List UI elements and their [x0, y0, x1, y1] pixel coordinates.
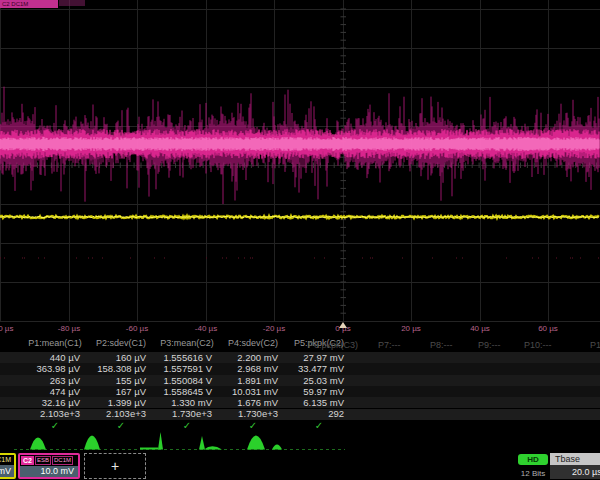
measurement-table: P1:mean(C1)440 µV363.98 µV263 µV474 µV32…	[22, 338, 352, 431]
measure-value: 1.555616 V	[154, 352, 220, 363]
measure-mean: 1.557591 V	[154, 363, 220, 374]
measure-num: 1.730e+3	[154, 408, 220, 419]
histicon-shape	[272, 445, 282, 450]
c1-coupling-label: C1M	[0, 455, 14, 465]
measure-sdev: 32.16 µV	[22, 397, 88, 408]
measure-max: 1.558645 V	[154, 386, 220, 397]
measure-max: 10.031 mV	[220, 386, 286, 397]
measure-num: 2.103e+3	[22, 408, 88, 419]
descriptor-bar: C1M 0 mV C2 ESB DC1M 10.0 mV + HD 12 Bit…	[0, 452, 600, 480]
time-tick-label: -100 µs	[0, 324, 13, 333]
measure-max: 59.97 mV	[286, 386, 352, 397]
measure-column: P4:sdev(C2)2.200 mV2.968 mV1.891 mV10.03…	[220, 338, 286, 431]
hd-mode-badge[interactable]: HD	[518, 454, 548, 465]
channel-c1-descriptor[interactable]: C1M 0 mV	[0, 453, 16, 479]
histicon-shape	[204, 446, 222, 449]
measure-max: 474 µV	[22, 386, 88, 397]
plus-icon: +	[111, 458, 119, 474]
waveform-display[interactable]	[0, 0, 600, 322]
c2-mode-badge: ESB	[35, 456, 51, 465]
oscilloscope-screen: C2 DC1M -100 µs-80 µs-60 µs-40 µs-20 µs0…	[0, 0, 600, 480]
measure-min: 1.550084 V	[154, 375, 220, 386]
time-tick-label: -80 µs	[58, 324, 80, 333]
time-tick-label: -40 µs	[195, 324, 217, 333]
measure-sdev: 1.330 mV	[154, 397, 220, 408]
c2-channel-badge: C2	[21, 456, 34, 465]
measure-mean: 158.308 µV	[88, 363, 154, 374]
measure-min: 1.891 mV	[220, 375, 286, 386]
timebase-descriptor[interactable]: Tbase 20.0 µs	[550, 453, 600, 479]
trace-label-badge-fragment	[59, 0, 85, 6]
histicon-shape	[140, 448, 158, 450]
measure-sdev: 6.135 mV	[286, 397, 352, 408]
measure-column: P2:sdev(C1)160 µV158.308 µV155 µV167 µV1…	[88, 338, 154, 431]
measure-sdev: 1.399 µV	[88, 397, 154, 408]
time-tick-label: 20 µs	[401, 324, 421, 333]
time-axis: -100 µs-80 µs-60 µs-40 µs-20 µs0 µs20 µs…	[0, 321, 600, 337]
measure-value: 27.97 mV	[286, 352, 352, 363]
measure-value: 160 µV	[88, 352, 154, 363]
measure-header[interactable]: P4:sdev(C2)	[220, 338, 286, 352]
histicon-shape	[199, 436, 205, 450]
histicon-shape	[84, 436, 100, 450]
measure-header[interactable]: P2:sdev(C1)	[88, 338, 154, 352]
histicon-shape	[247, 436, 265, 450]
measurement-histicons[interactable]	[0, 430, 360, 452]
trace-label-badge: C2 DC1M	[0, 0, 58, 8]
c2-scale-value: 10.0 mV	[20, 466, 78, 477]
measure-value: 440 µV	[22, 352, 88, 363]
measure-mean: 363.98 µV	[22, 363, 88, 374]
histicon-shape	[30, 438, 46, 450]
measure-sdev: 1.676 mV	[220, 397, 286, 408]
trigger-position-marker[interactable]	[339, 322, 347, 328]
unused-measure-header[interactable]: P11	[590, 340, 600, 350]
measure-max: 167 µV	[88, 386, 154, 397]
histicon-shape	[158, 432, 163, 450]
unused-measure-header[interactable]: P8:---	[430, 340, 453, 350]
measure-min: 25.03 mV	[286, 375, 352, 386]
measure-header[interactable]: P3:mean(C2)	[154, 338, 220, 352]
measure-min: 263 µV	[22, 375, 88, 386]
measure-num: 1.730e+3	[220, 408, 286, 419]
time-tick-label: -60 µs	[126, 324, 148, 333]
time-tick-label: 60 µs	[538, 324, 558, 333]
measure-min: 155 µV	[88, 375, 154, 386]
measure-num: 292	[286, 408, 352, 419]
unused-measure-header[interactable]: P7:---	[378, 340, 401, 350]
measure-column: P3:mean(C2)1.555616 V1.557591 V1.550084 …	[154, 338, 220, 431]
resolution-label: 12 Bits	[514, 469, 552, 478]
measure-column: P5:pkpk(C2)27.97 mV33.477 mV25.03 mV59.9…	[286, 338, 352, 431]
unused-measure-header[interactable]: P6:pkpk(C3)	[308, 340, 358, 350]
add-trace-button[interactable]: +	[84, 453, 146, 479]
measure-column: P1:mean(C1)440 µV363.98 µV263 µV474 µV32…	[22, 338, 88, 431]
c2-coupling-badge: DC1M	[52, 456, 73, 465]
c1-scale-value: 0 mV	[0, 465, 14, 477]
timebase-scale: 20.0 µs	[550, 465, 600, 479]
measure-value: 2.200 mV	[220, 352, 286, 363]
timebase-title: Tbase	[550, 453, 600, 465]
measure-mean: 33.477 mV	[286, 363, 352, 374]
measure-mean: 2.968 mV	[220, 363, 286, 374]
channel-c2-descriptor[interactable]: C2 ESB DC1M 10.0 mV	[18, 453, 80, 479]
time-tick-label: 40 µs	[470, 324, 490, 333]
measure-header[interactable]: P1:mean(C1)	[22, 338, 88, 352]
time-tick-label: -20 µs	[263, 324, 285, 333]
unused-measure-header[interactable]: P9:---	[478, 340, 501, 350]
unused-measure-header[interactable]: P10:---	[524, 340, 552, 350]
measure-num: 2.103e+3	[88, 408, 154, 419]
